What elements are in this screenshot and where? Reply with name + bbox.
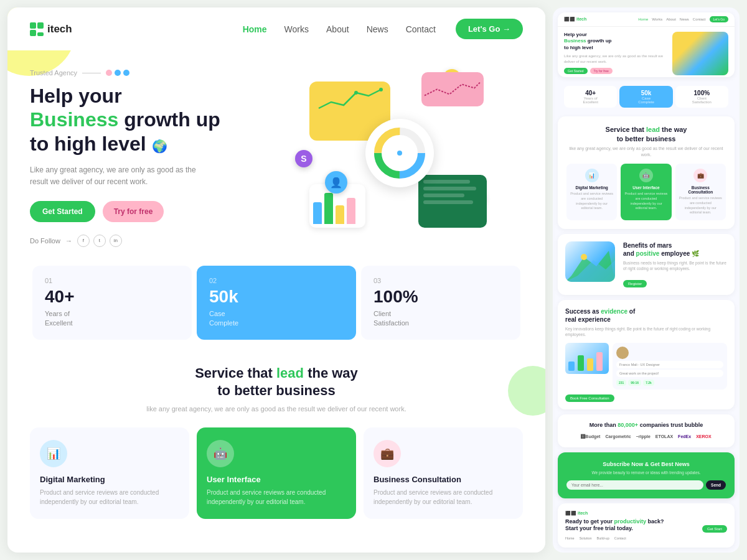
nav-link-home: Home xyxy=(243,24,267,34)
footer-link-contact[interactable]: Contact xyxy=(614,536,626,540)
get-started-button[interactable]: Get Started xyxy=(30,201,95,222)
service-title-ui: User Interface xyxy=(207,475,346,484)
dot-blue2 xyxy=(123,70,129,76)
social-icon-2[interactable]: t xyxy=(93,235,106,247)
donut-chart xyxy=(365,119,434,187)
subscribe-email-input[interactable] xyxy=(566,480,703,490)
nav-item-about[interactable]: About xyxy=(326,24,349,35)
service-icon-marketing: 📊 xyxy=(40,440,67,467)
service-card-ui: 🤖 User Interface Product and service rev… xyxy=(197,427,356,519)
footer-link-buildup[interactable]: Build-up xyxy=(597,536,609,540)
nav-link-about: About xyxy=(326,24,349,34)
mini-nav-contact: Contact xyxy=(693,17,706,21)
trust-logos: 🅱Budget Cargometric ~ripple ETOLAX FedEx… xyxy=(565,433,727,440)
mini-stat-3: 100% ClientSatisfaction xyxy=(675,86,728,108)
mini-stat-1: 40+ Years ofExcellent xyxy=(564,86,617,108)
stat-label-1: Years of Excellent xyxy=(45,309,179,329)
service-title-consultation: Business Consultation xyxy=(374,475,513,484)
nav-item-works[interactable]: Works xyxy=(284,24,309,35)
evidence-chat: Franco Mali - UX Designer Great work on … xyxy=(613,343,727,390)
services-title-part2: the way xyxy=(304,365,358,381)
nav-item-news[interactable]: News xyxy=(367,24,388,35)
svg-point-1 xyxy=(379,88,383,91)
nav-link-contact: Contact xyxy=(406,24,436,34)
social-icon-1[interactable]: f xyxy=(77,235,90,247)
mini-hero-text: Help yourBusiness growth upto high level… xyxy=(564,32,669,75)
footer-content: Ready to get your productivity back?Star… xyxy=(565,518,727,540)
nav-item-contact[interactable]: Contact xyxy=(406,24,436,35)
mini-hero: Help yourBusiness growth upto high level… xyxy=(558,27,735,77)
get-start-button[interactable]: Get Start xyxy=(702,525,727,533)
social-icon-3[interactable]: in xyxy=(110,235,122,247)
mini-services-card: Service that lead the wayto better busin… xyxy=(558,116,735,229)
mini-svc-title-consult: Business Consultation xyxy=(679,185,722,194)
mini-service-marketing: 📊 Digital Marketing Product and service … xyxy=(566,164,617,220)
hero-title-line3: to high level xyxy=(30,133,152,155)
logo-sq4 xyxy=(37,32,44,36)
service-desc-ui: Product and service reviews are conducte… xyxy=(207,488,346,506)
evidence-title: Success as evidence ofreal experience xyxy=(565,307,727,324)
footer-mini-logo: ⬛⬛ itech xyxy=(565,511,727,516)
evidence-card: Success as evidence ofreal experience Ke… xyxy=(558,300,735,409)
chat-stat-1: 231 xyxy=(616,380,626,386)
nav-item-home[interactable]: Home xyxy=(243,24,267,35)
try-free-button[interactable]: Try for free xyxy=(103,201,164,222)
footer-link-solution[interactable]: Solution xyxy=(580,536,592,540)
service-desc-marketing: Product and service reviews are conducte… xyxy=(40,488,179,506)
hero-buttons: Get Started Try for free xyxy=(30,201,276,222)
mini-stat-2: 50k CaseComplete xyxy=(619,86,672,108)
svg-rect-14 xyxy=(596,352,603,371)
chart-card-dark-green xyxy=(418,175,487,228)
subscribe-send-button[interactable]: Send xyxy=(706,480,726,490)
mini-svc-icon-consult: 💼 xyxy=(693,169,707,182)
navbar: itech Home Works About News Contact Let'… xyxy=(7,7,545,50)
mini-hero-desc: Like any great agency, we are only as go… xyxy=(564,54,669,64)
hero-title-green: Business xyxy=(30,108,118,131)
badge-divider xyxy=(82,73,101,73)
footer-title: Ready to get your productivity back?Star… xyxy=(565,518,697,533)
mini-svc-title-marketing: Digital Marketing xyxy=(570,185,613,190)
logo[interactable]: itech xyxy=(30,22,72,36)
services-grid: 📊 Digital Marketing Product and service … xyxy=(30,427,523,519)
mini-try-free: Try for free xyxy=(590,68,613,74)
services-section: Service that lead the way to better busi… xyxy=(7,350,545,529)
social-icons: f t in xyxy=(77,235,122,247)
stat-label-3: Client Satisfaction xyxy=(374,309,508,329)
hero-illustration: ↑ + S ↓ xyxy=(276,63,523,237)
benefits-img xyxy=(565,241,615,282)
evidence-chart-svg xyxy=(565,343,609,374)
mini-preview-card: ⬛⬛ itech Home Works About News Contact L… xyxy=(558,12,735,77)
stat-num-label-3: 03 xyxy=(374,277,508,284)
book-consultation-button[interactable]: Book Free Consultation xyxy=(565,394,614,402)
subscribe-card: Subscribe Now & Get Best News We provide… xyxy=(558,452,735,498)
mini-hero-illustration xyxy=(672,32,728,75)
mini-stats: 40+ Years ofExcellent 50k CaseComplete 1… xyxy=(558,82,735,111)
services-title-line2: to better business xyxy=(217,383,335,398)
stat-value-1: 40+ xyxy=(45,287,179,307)
lets-go-button[interactable]: Let's Go → xyxy=(456,19,523,39)
chart-card-pink xyxy=(421,72,484,106)
mini-nav-about: About xyxy=(666,17,676,21)
list-item-4 xyxy=(423,200,473,204)
chat-stat-3: 7.2k xyxy=(643,380,654,386)
follow-arrow: → xyxy=(65,237,72,245)
footer-link-home[interactable]: Home xyxy=(565,536,575,540)
mini-logo: ⬛⬛ itech xyxy=(564,17,586,22)
stat-label-2: Case Complete xyxy=(209,309,344,329)
service-card-consultation: 💼 Business Consultation Product and serv… xyxy=(364,427,523,519)
chat-msg-1: Franco Mali - UX Designer xyxy=(616,361,723,368)
hero-section: Trusted Agency Help your Business growth… xyxy=(7,50,545,256)
chat-stat-2: 99:16 xyxy=(628,380,641,386)
trusted-dots xyxy=(106,70,129,76)
mini-stat-lbl-1: Years ofExcellent xyxy=(569,96,612,104)
mini-hero-title: Help yourBusiness growth upto high level xyxy=(564,32,669,51)
stat-num-label-1: 01 xyxy=(45,277,179,284)
stat-card-3: 03 100% Client Satisfaction xyxy=(361,266,520,340)
trust-card: More than 80,000+ companies trust bubble… xyxy=(558,414,735,447)
benefits-desc: Business needs to keep things right. Be … xyxy=(623,260,727,271)
follow-label: Do Follow xyxy=(30,237,60,245)
mini-service-consult: 💼 Business Consultation Product and serv… xyxy=(675,164,726,220)
evidence-desc: Key innovations keep things right. Be po… xyxy=(565,326,727,337)
register-button[interactable]: Register xyxy=(623,280,647,287)
trust-logo-cargometric: Cargometric xyxy=(605,433,631,440)
